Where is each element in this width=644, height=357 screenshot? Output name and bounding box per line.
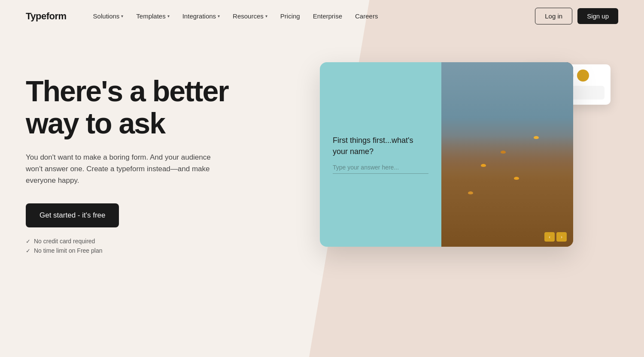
check-label-1: No credit card required [34, 238, 95, 245]
form-left-panel: First things first...what's your name? T… [320, 62, 441, 247]
form-prev-arrow[interactable]: ‹ [544, 232, 555, 242]
navigation: Typeform Solutions ▾ Templates ▾ Integra… [0, 0, 644, 32]
chevron-down-icon: ▾ [265, 14, 267, 18]
form-preview-card: First things first...what's your name? T… [320, 62, 573, 247]
brand-logo[interactable]: Typeform [26, 11, 67, 22]
form-question: First things first...what's your name? [333, 135, 428, 157]
form-next-arrow[interactable]: › [556, 232, 567, 242]
coral-overlay [441, 136, 573, 247]
nav-careers-label: Careers [355, 12, 378, 20]
chevron-down-icon: ▾ [167, 14, 170, 18]
nav-integrations-label: Integrations [182, 12, 216, 20]
fish-decoration [481, 164, 486, 167]
nav-enterprise-label: Enterprise [313, 12, 342, 20]
nav-pricing-label: Pricing [280, 12, 300, 20]
checkmark-icon: ✓ [26, 238, 30, 245]
form-navigation-arrows: ‹ › [544, 232, 567, 242]
form-answer-input[interactable]: Type your answer here... [333, 164, 428, 174]
checkmark-icon: ✓ [26, 248, 30, 254]
chevron-down-icon: ▾ [121, 14, 123, 18]
hero-checks: ✓ No credit card required ✓ No time limi… [26, 238, 275, 254]
nav-item-pricing[interactable]: Pricing [275, 9, 305, 23]
nav-item-resources[interactable]: Resources ▾ [228, 9, 273, 23]
hero-left-content: There's a better way to ask You don't wa… [26, 58, 275, 254]
hero-section: There's a better way to ask You don't wa… [0, 32, 644, 357]
form-right-panel [441, 62, 573, 247]
nav-item-templates[interactable]: Templates ▾ [131, 9, 174, 23]
check-item-1: ✓ No credit card required [26, 238, 275, 245]
signup-button[interactable]: Sign up [577, 8, 618, 24]
color-option-yellow[interactable] [577, 70, 589, 82]
nav-resources-label: Resources [233, 12, 264, 20]
fish-decoration [514, 177, 519, 180]
fish-decoration [534, 136, 539, 139]
nav-item-solutions[interactable]: Solutions ▾ [88, 9, 129, 23]
nav-solutions-label: Solutions [93, 12, 120, 20]
cta-button[interactable]: Get started - it's free [26, 203, 119, 227]
nav-templates-label: Templates [136, 12, 165, 20]
nav-actions: Log in Sign up [535, 8, 618, 24]
login-button[interactable]: Log in [535, 8, 572, 24]
check-item-2: ✓ No time limit on Free plan [26, 247, 275, 254]
hero-right-content: System Font First things first...what's … [275, 58, 618, 247]
nav-item-careers[interactable]: Careers [350, 9, 383, 23]
nav-item-integrations[interactable]: Integrations ▾ [177, 9, 225, 23]
chevron-down-icon: ▾ [218, 14, 220, 18]
hero-subtitle: You don't want to make a boring form. An… [26, 151, 223, 187]
hero-title: There's a better way to ask [26, 75, 275, 139]
check-label-2: No time limit on Free plan [34, 247, 103, 254]
nav-item-enterprise[interactable]: Enterprise [308, 9, 347, 23]
fish-decoration [468, 191, 473, 194]
coral-background [441, 62, 573, 247]
nav-links: Solutions ▾ Templates ▾ Integrations ▾ R… [88, 9, 535, 23]
